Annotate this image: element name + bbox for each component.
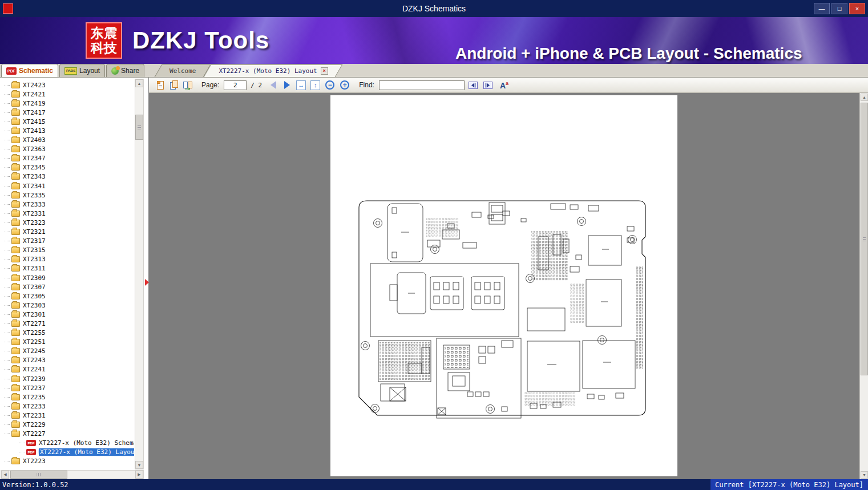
tree-connector (5, 268, 10, 269)
next-page-icon[interactable] (284, 81, 290, 89)
find-previous-icon[interactable] (468, 81, 478, 90)
tree-item-folder[interactable]: XT2223 (0, 457, 134, 466)
page-total: / 2 (251, 82, 262, 89)
tree-item-folder[interactable]: XT2335 (0, 191, 134, 200)
tree-item-folder[interactable]: XT2313 (0, 255, 134, 264)
folder-icon (11, 128, 20, 134)
tree-item-folder[interactable]: XT2303 (0, 301, 134, 310)
find-input[interactable] (379, 80, 465, 90)
doc-tab-welcome[interactable]: Welcome (158, 64, 207, 77)
tree-item-pdf[interactable]: PDFXT2227-x (Moto E32) Schematic (0, 439, 134, 448)
tree-item-folder[interactable]: XT2421 (0, 90, 134, 99)
tree-item-folder[interactable]: XT2321 (0, 228, 134, 237)
tree-connector (5, 112, 10, 113)
close-button[interactable]: × (849, 3, 865, 14)
facing-pages-icon[interactable] (182, 80, 193, 90)
tree-item-label: XT2423 (23, 82, 46, 89)
tree-item-folder[interactable]: XT2413 (0, 126, 134, 135)
tree-item-folder[interactable]: XT2307 (0, 282, 134, 291)
sidebar-horizontal-scrollbar[interactable]: ◀ ▶ (1, 470, 144, 479)
tab-schematic[interactable]: PDF Schematic (1, 64, 58, 77)
tree-item-folder[interactable]: XT2333 (0, 200, 134, 209)
tree-item-folder[interactable]: XT2423 (0, 80, 134, 90)
tree-connector (5, 131, 10, 131)
sidebar-vertical-scrollbar[interactable]: ▲ ▼ (135, 79, 144, 469)
tree-item-folder[interactable]: XT2345 (0, 163, 134, 172)
tab-share[interactable]: Share (106, 64, 144, 77)
tree-item-label: XT2237 (23, 384, 46, 392)
tree-item-folder[interactable]: XT2231 (0, 411, 134, 420)
tree-item-folder[interactable]: XT2323 (0, 218, 134, 227)
tree-item-folder[interactable]: XT2317 (0, 237, 134, 246)
tree-item-folder[interactable]: XT2341 (0, 181, 134, 191)
tree-connector (5, 250, 10, 250)
zoom-out-icon[interactable]: − (325, 80, 334, 90)
scrollbar-thumb[interactable] (135, 115, 143, 140)
scroll-right-icon[interactable]: ▶ (135, 471, 143, 479)
tree-item-folder[interactable]: XT2243 (0, 356, 134, 365)
scroll-up-icon[interactable]: ▲ (861, 94, 868, 101)
tree-item-folder[interactable]: XT2233 (0, 402, 134, 411)
tree-connector (5, 415, 10, 416)
minimize-button[interactable]: — (814, 3, 830, 14)
tree-item-folder[interactable]: XT2239 (0, 374, 134, 383)
tree-item-pdf[interactable]: PDFXT2227-x (Moto E32) Layout (0, 448, 134, 457)
pdf-page (330, 95, 677, 476)
tree-item-folder[interactable]: XT2227 (0, 430, 134, 439)
tree-item-folder[interactable]: XT2229 (0, 420, 134, 429)
tree-connector (5, 296, 10, 297)
tree-item-label: XT2307 (23, 284, 46, 291)
text-size-icon[interactable]: Aa (500, 80, 508, 90)
tree-item-folder[interactable]: XT2305 (0, 291, 134, 301)
tree-item-label: XT2309 (23, 274, 46, 282)
tree-item-label: XT2313 (23, 256, 46, 263)
scroll-left-icon[interactable]: ◀ (1, 471, 9, 479)
tree-connector (5, 186, 10, 187)
viewer-vertical-scrollbar[interactable]: ▲ ▼ (859, 93, 868, 479)
fit-page-icon[interactable]: ↕ (310, 80, 320, 90)
tree-item-folder[interactable]: XT2241 (0, 365, 134, 374)
tree-item-folder[interactable]: XT2363 (0, 145, 134, 154)
zoom-in-icon[interactable]: + (340, 80, 349, 90)
tree-item-label: XT2323 (23, 219, 46, 226)
tab-layout[interactable]: PADS Layout (59, 64, 105, 77)
tree-connector (5, 305, 10, 306)
scroll-down-icon[interactable]: ▼ (135, 461, 143, 469)
close-tab-icon[interactable]: × (321, 67, 328, 75)
fit-width-icon[interactable]: ↔ (296, 80, 306, 90)
previous-page-icon[interactable] (271, 81, 276, 89)
tree-item-folder[interactable]: XT2235 (0, 392, 134, 402)
continuous-pages-icon[interactable] (168, 80, 180, 90)
single-page-icon[interactable] (155, 80, 166, 90)
tree-item-folder[interactable]: XT2417 (0, 108, 134, 117)
tree-item-folder[interactable]: XT2415 (0, 117, 134, 126)
tree-item-folder[interactable]: XT2311 (0, 264, 134, 273)
tree-item-folder[interactable]: XT2403 (0, 136, 134, 145)
doc-tab-layout[interactable]: XT2227-x (Moto E32) Layout × (207, 64, 339, 77)
scrollbar-thumb[interactable] (861, 103, 868, 375)
scroll-up-icon[interactable]: ▲ (135, 79, 143, 87)
tree-item-folder[interactable]: XT2251 (0, 338, 134, 347)
tree-connector (5, 342, 10, 342)
tree-item-folder[interactable]: XT2237 (0, 383, 134, 392)
pdf-viewer-canvas[interactable] (149, 93, 859, 479)
tree-item-folder[interactable]: XT2245 (0, 347, 134, 356)
scroll-down-icon[interactable]: ▼ (861, 471, 868, 479)
tree-item-folder[interactable]: XT2271 (0, 319, 134, 328)
tree-item-folder[interactable]: XT2419 (0, 99, 134, 108)
tree-item-folder[interactable]: XT2301 (0, 310, 134, 319)
tree-item-folder[interactable]: XT2255 (0, 329, 134, 338)
tree-connector (5, 140, 10, 140)
tree-item-folder[interactable]: XT2343 (0, 172, 134, 181)
maximize-button[interactable]: □ (831, 3, 847, 14)
splitter-collapse-arrow[interactable] (145, 279, 149, 286)
find-next-icon[interactable] (483, 81, 493, 90)
thumb-grip (863, 237, 866, 241)
scrollbar-thumb[interactable] (10, 471, 67, 479)
tree-item-folder[interactable]: XT2331 (0, 209, 134, 218)
tree-item-folder[interactable]: XT2309 (0, 273, 134, 282)
tree-connector (5, 94, 10, 95)
tree-item-folder[interactable]: XT2347 (0, 154, 134, 163)
page-number-input[interactable] (224, 80, 247, 90)
tree-item-folder[interactable]: XT2315 (0, 246, 134, 255)
